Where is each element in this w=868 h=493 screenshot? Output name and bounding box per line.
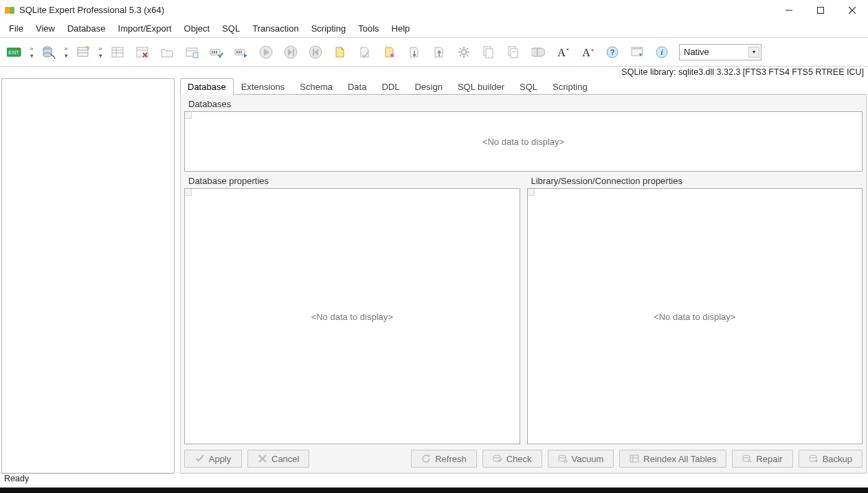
vacuum-button[interactable]: Vacuum: [548, 450, 614, 468]
svg-rect-40: [293, 49, 294, 56]
tb-copy-button[interactable]: [477, 41, 500, 64]
check-label: Check: [507, 454, 532, 464]
menu-help[interactable]: Help: [386, 21, 416, 37]
menu-import-export[interactable]: Import/Export: [112, 21, 178, 37]
tb-font-increase-button[interactable]: A: [551, 41, 575, 64]
taskbar-edge: [0, 488, 868, 493]
svg-rect-60: [511, 49, 518, 58]
backup-button[interactable]: Backup: [799, 450, 863, 468]
tab-database[interactable]: Database: [180, 78, 234, 95]
svg-rect-34: [241, 51, 242, 54]
refresh-button[interactable]: Refresh: [411, 450, 477, 468]
tb-overflow-3[interactable]: »▾: [96, 46, 104, 58]
repair-button[interactable]: Repair: [732, 450, 792, 468]
tb-execute-check-button[interactable]: [205, 41, 228, 64]
svg-rect-32: [236, 51, 238, 54]
toolbar-mode-combo[interactable]: Native ▾: [679, 44, 761, 60]
tab-extensions[interactable]: Extensions: [234, 78, 293, 95]
svg-text:EXIT: EXIT: [8, 50, 19, 55]
maximize-button[interactable]: [805, 0, 836, 21]
reindex-label: Reindex All Tables: [643, 454, 716, 464]
svg-marker-75: [427, 455, 430, 457]
status-bar: Ready: [0, 472, 868, 486]
toolbar: EXIT »▾ »▾ »▾ A A ? i Native ▾: [0, 38, 868, 67]
svg-text:A: A: [582, 47, 590, 58]
tb-help-button[interactable]: ?: [601, 41, 624, 64]
tb-folder-button[interactable]: [155, 41, 179, 64]
minimize-button[interactable]: [773, 0, 805, 21]
dbprops-empty-text: <No data to display>: [311, 311, 393, 321]
tb-book-button[interactable]: [526, 41, 550, 64]
apply-button[interactable]: Apply: [184, 450, 242, 468]
tb-script-new-button[interactable]: [329, 41, 352, 64]
toolbar-combo-value: Native: [684, 47, 709, 57]
group-libprops-header: Library/Session/Connection properties: [527, 174, 863, 188]
tab-ddl[interactable]: DDL: [374, 78, 407, 95]
tb-new-table-button[interactable]: [71, 41, 95, 64]
check-button[interactable]: Check: [482, 450, 542, 468]
menu-view[interactable]: View: [30, 21, 61, 37]
tb-overflow-2[interactable]: »▾: [62, 46, 70, 58]
libprops-grid[interactable]: <No data to display>: [527, 188, 863, 444]
db-check-icon: [493, 454, 502, 463]
tb-update-button[interactable]: [625, 41, 649, 64]
library-info-bar: SQLite library: sqlite3.dll 3.32.3 [FTS3…: [0, 67, 868, 78]
tab-sql[interactable]: SQL: [512, 78, 545, 95]
tb-overflow-1[interactable]: »▾: [27, 46, 36, 58]
grid-corner-icon: [528, 189, 535, 196]
menu-database[interactable]: Database: [61, 21, 112, 37]
tb-stop-button[interactable]: [304, 41, 327, 64]
tab-scripting[interactable]: Scripting: [545, 78, 595, 95]
cancel-button[interactable]: Cancel: [247, 450, 309, 468]
tab-data[interactable]: Data: [340, 78, 374, 95]
group-databases-header: Databases: [184, 97, 863, 111]
tb-step-button[interactable]: [279, 41, 302, 64]
menu-tools[interactable]: Tools: [352, 21, 385, 37]
group-databases: Databases <No data to display>: [184, 97, 863, 172]
tb-font-decrease-button[interactable]: A: [576, 41, 599, 64]
tb-table-button[interactable]: [106, 41, 129, 64]
svg-marker-35: [244, 54, 247, 58]
svg-marker-11: [54, 57, 56, 59]
tb-run-button[interactable]: [254, 41, 278, 64]
libprops-empty-text: <No data to display>: [654, 311, 735, 321]
svg-rect-26: [193, 53, 198, 58]
tb-settings-button[interactable]: [452, 41, 476, 64]
close-button[interactable]: [836, 0, 868, 21]
tb-script-open-button[interactable]: [353, 41, 377, 64]
tb-execute-play-button[interactable]: [230, 41, 253, 64]
svg-point-76: [493, 455, 500, 458]
svg-text:A: A: [557, 47, 566, 58]
svg-marker-65: [591, 49, 594, 51]
svg-line-56: [460, 55, 461, 56]
tab-content-database: Databases <No data to display> Database …: [180, 95, 867, 474]
menu-file[interactable]: File: [3, 21, 30, 37]
svg-marker-63: [566, 48, 569, 50]
svg-line-53: [460, 48, 461, 49]
tb-paste-button[interactable]: [502, 41, 525, 64]
svg-line-54: [467, 55, 468, 56]
tb-delete-table-button[interactable]: [131, 41, 154, 64]
dbprops-grid[interactable]: <No data to display>: [184, 188, 520, 444]
tab-sql-builder[interactable]: SQL builder: [450, 78, 512, 95]
tab-design[interactable]: Design: [407, 78, 449, 95]
tb-script-export-button[interactable]: [427, 41, 451, 64]
reindex-button[interactable]: Reindex All Tables: [619, 450, 726, 468]
menu-scripting[interactable]: Scripting: [305, 21, 353, 37]
tab-schema[interactable]: Schema: [292, 78, 340, 95]
window-title: SQLite Expert Professional 5.3 (x64): [19, 5, 164, 15]
tb-view-button[interactable]: [180, 41, 203, 64]
tb-script-star-button[interactable]: [378, 41, 401, 64]
tb-script-import-button[interactable]: [403, 41, 426, 64]
chevron-down-icon: ▾: [748, 47, 759, 58]
database-tree-panel[interactable]: [1, 78, 175, 474]
svg-rect-12: [78, 47, 88, 56]
tb-exit-button[interactable]: EXIT: [3, 41, 26, 64]
status-text: Ready: [4, 474, 29, 483]
tb-info-button[interactable]: i: [650, 41, 674, 64]
menu-transaction[interactable]: Transaction: [246, 21, 304, 37]
databases-grid[interactable]: <No data to display>: [184, 111, 863, 172]
tb-open-database-button[interactable]: [37, 41, 60, 64]
menu-sql[interactable]: SQL: [216, 21, 246, 37]
menu-object[interactable]: Object: [178, 21, 216, 37]
